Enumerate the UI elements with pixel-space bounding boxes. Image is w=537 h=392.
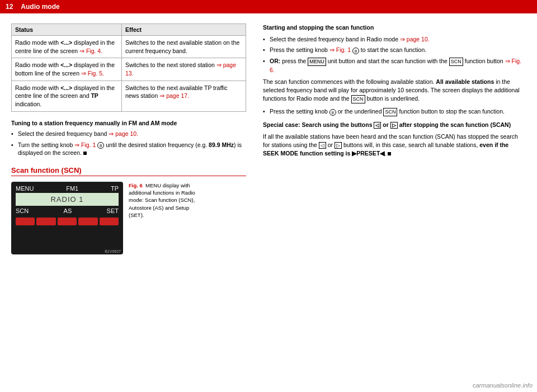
radio-bottom-right: SET [107, 207, 119, 214]
scan-body-text: The scan function commences with the fol… [263, 78, 526, 103]
right-scan-title: Starting and stopping the scan function [263, 23, 526, 32]
main-content: Status Effect Radio mode with <...> disp… [0, 13, 537, 260]
table-header-status: Status [12, 24, 122, 36]
black-square-end [388, 152, 391, 155]
right-scan-list: Select the desired frequency band in Rad… [263, 35, 526, 74]
tuning-item-2: Turn the setting knob ⇒ Fig. 1 8 until t… [11, 141, 246, 157]
radio-btn-4 [78, 218, 97, 225]
scan-section: Scan function (SCN) MENU FM1 TP RADIO 1 … [11, 166, 246, 254]
tuning-title: Tuning to a station frequency manually i… [11, 120, 246, 126]
radio-display-container: MENU FM1 TP RADIO 1 SCN AS SET [11, 182, 246, 254]
right-btn-inline: ▷ [335, 142, 342, 149]
fig-title: Fig. 6 [129, 182, 145, 188]
scan-stop-list: Press the setting knob 8 or the underlin… [263, 107, 526, 116]
radio-btn-5 [100, 218, 119, 225]
knob-icon-stop: 8 [329, 109, 336, 116]
radio-station-name: RADIO 1 [17, 195, 117, 204]
status-effect-table: Status Effect Radio mode with <...> disp… [11, 23, 246, 112]
page-number: 12 [6, 3, 13, 11]
scan-section-title: Scan function (SCN) [11, 166, 246, 176]
radio-serial: B1V0627 [105, 249, 121, 253]
table-row: Radio mode with <...> displayed in the c… [12, 36, 246, 58]
fig-ref-4: ⇒ Fig. 4. [79, 48, 102, 54]
page-header: 12 Audio mode [0, 0, 537, 13]
radio-btn-3 [58, 218, 77, 225]
radio-top-right: TP [111, 185, 119, 192]
radio-display: MENU FM1 TP RADIO 1 SCN AS SET [11, 182, 123, 254]
radio-top-center: FM1 [66, 185, 78, 192]
special-body-text: If all the available stations have been … [263, 133, 526, 158]
scan-stop-item: Press the setting knob 8 or the underlin… [263, 107, 526, 116]
fig-caption: Fig. 6 MENU display with additional func… [129, 182, 201, 219]
black-square-marker [83, 152, 87, 155]
right-scan-item-3: OR: press the MENU unit button and start… [263, 57, 526, 74]
radio-top-left: MENU [16, 185, 34, 192]
table-cell-status-3: Radio mode with <...> displayed in the c… [12, 81, 122, 111]
left-column: Status Effect Radio mode with <...> disp… [11, 23, 246, 254]
table-cell-status-2: Radio mode with <...> displayed in the b… [12, 58, 122, 81]
menu-badge: MENU [308, 58, 326, 66]
page-title: Audio mode [21, 3, 59, 11]
table-row: Radio mode with <...> displayed in the c… [12, 81, 246, 111]
radio-bottom-center: AS [64, 207, 72, 214]
radio-buttons-row [16, 218, 119, 225]
knob-icon-right: 8 [352, 48, 359, 54]
right-column: Starting and stopping the scan function … [263, 23, 526, 254]
knob-icon: 8 [97, 142, 104, 149]
tuning-section: Tuning to a station frequency manually i… [11, 120, 246, 157]
radio-bottom-left: SCN [16, 207, 29, 214]
special-section: Special case: Search using the buttons ◁… [263, 121, 526, 158]
scn-badge: SCN [449, 58, 463, 66]
table-cell-effect-3: Switches to the next available TP traffi… [121, 81, 246, 111]
table-header-effect: Effect [121, 24, 246, 36]
scn-badge-stop: SCN [383, 108, 397, 116]
table-cell-effect-2: Switches to the next stored station ⇒ pa… [121, 58, 246, 81]
tuning-list: Select the desired frequency band ⇒ page… [11, 130, 246, 157]
fig-ref-5: ⇒ Fig. 5. [81, 70, 104, 77]
radio-main-display: RADIO 1 [16, 193, 119, 206]
left-btn-inline: ◁ [319, 142, 326, 149]
radio-bottom-row: SCN AS SET [16, 207, 119, 214]
radio-top-row: MENU FM1 TP [16, 185, 119, 192]
tuning-item-1: Select the desired frequency band ⇒ page… [11, 130, 246, 138]
radio-btn-2 [36, 218, 55, 225]
left-arrow-btn: ◁ [374, 122, 381, 129]
special-title: Special case: Search using the buttons ◁… [263, 121, 526, 129]
right-arrow-btn: ▷ [390, 122, 398, 129]
page-ref-13: ⇒ page 13. [125, 62, 236, 77]
table-cell-status-1: Radio mode with <...> displayed in the c… [12, 36, 122, 58]
scn-badge-inline: SCN [351, 95, 365, 103]
page-ref-17: ⇒ page 17. [159, 92, 189, 99]
right-scan-item-2: Press the setting knob ⇒ Fig. 1 8 to sta… [263, 46, 526, 54]
right-scan-item-1: Select the desired frequency band in Rad… [263, 35, 526, 44]
radio-btn-1 [16, 218, 35, 225]
table-cell-effect-1: Switches to the next available station o… [121, 36, 246, 58]
table-row: Radio mode with <...> displayed in the b… [12, 58, 246, 81]
watermark: carmanualsonline.info [473, 382, 533, 389]
